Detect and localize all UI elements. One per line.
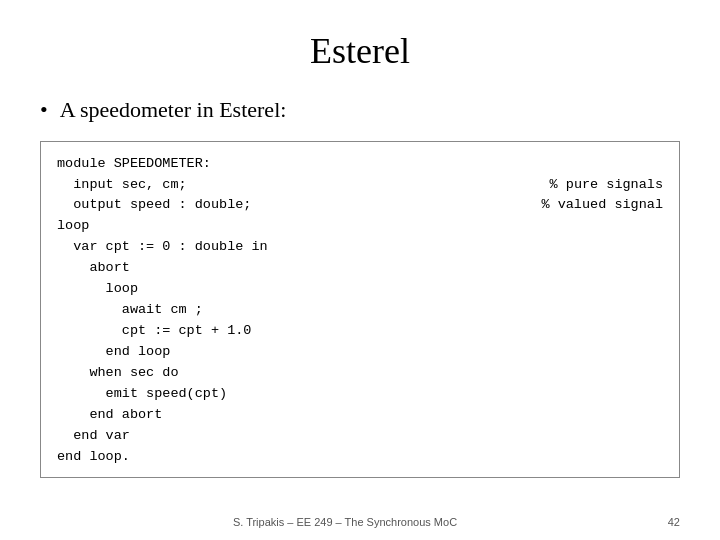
footer-page-number: 42	[650, 516, 680, 528]
slide-title: Esterel	[310, 30, 410, 72]
code-row-11: when sec do	[57, 363, 663, 384]
code-line-1: module SPEEDOMETER:	[57, 154, 211, 175]
code-line-14: end var	[57, 426, 130, 447]
code-row-7: loop	[57, 279, 663, 300]
code-line-6: abort	[57, 258, 130, 279]
code-line-2: input sec, cm;	[57, 175, 187, 196]
code-row-10: end loop	[57, 342, 663, 363]
code-row-2: input sec, cm; % pure signals	[57, 175, 663, 196]
code-row-13: end abort	[57, 405, 663, 426]
code-line-12: emit speed(cpt)	[57, 384, 227, 405]
code-row-3: output speed : double; % valued signal	[57, 195, 663, 216]
code-row-15: end loop.	[57, 447, 663, 468]
code-line-7: loop	[57, 279, 138, 300]
code-row-14: end var	[57, 426, 663, 447]
slide: Esterel • A speedometer in Esterel: modu…	[0, 0, 720, 540]
code-box: module SPEEDOMETER: input sec, cm; % pur…	[40, 141, 680, 479]
code-row-5: var cpt := 0 : double in	[57, 237, 663, 258]
code-row-9: cpt := cpt + 1.0	[57, 321, 663, 342]
footer: S. Tripakis – EE 249 – The Synchronous M…	[0, 516, 720, 528]
code-comment-2: % pure signals	[550, 175, 663, 196]
code-line-3: output speed : double;	[57, 195, 251, 216]
bullet-dot: •	[40, 96, 48, 125]
code-line-9: cpt := cpt + 1.0	[57, 321, 251, 342]
code-row-8: await cm ;	[57, 300, 663, 321]
code-line-11: when sec do	[57, 363, 179, 384]
code-line-8: await cm ;	[57, 300, 203, 321]
code-row-4: loop	[57, 216, 663, 237]
code-line-5: var cpt := 0 : double in	[57, 237, 268, 258]
code-row-1: module SPEEDOMETER:	[57, 154, 663, 175]
code-line-15: end loop.	[57, 447, 130, 468]
code-line-13: end abort	[57, 405, 162, 426]
footer-center-text: S. Tripakis – EE 249 – The Synchronous M…	[40, 516, 650, 528]
code-comment-3: % valued signal	[541, 195, 663, 216]
code-line-4: loop	[57, 216, 89, 237]
code-line-10: end loop	[57, 342, 170, 363]
code-row-12: emit speed(cpt)	[57, 384, 663, 405]
bullet-text: A speedometer in Esterel:	[60, 96, 287, 125]
bullet-section: • A speedometer in Esterel: module SPEED…	[40, 96, 680, 478]
code-row-6: abort	[57, 258, 663, 279]
bullet-item: • A speedometer in Esterel:	[40, 96, 286, 125]
